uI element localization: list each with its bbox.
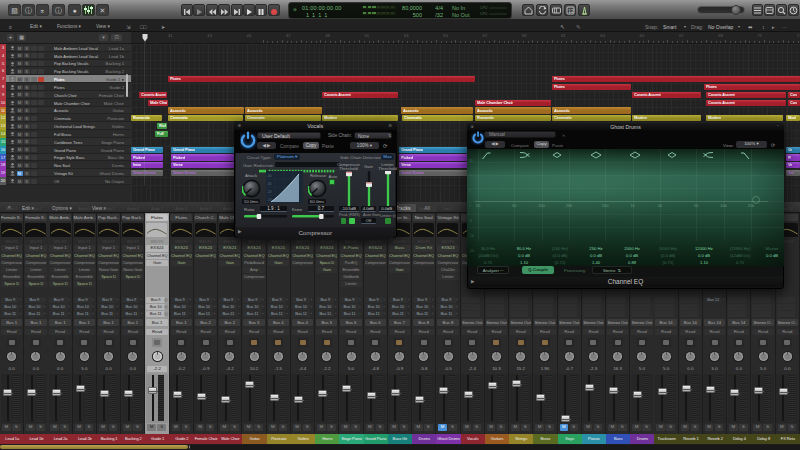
svg-text:12: 12 xyxy=(568,7,574,13)
svg-text:-30: -30 xyxy=(267,182,272,186)
svg-text:-40: -40 xyxy=(267,174,272,178)
svg-text:-20: -20 xyxy=(267,190,272,194)
svg-text:-10: -10 xyxy=(267,198,272,202)
